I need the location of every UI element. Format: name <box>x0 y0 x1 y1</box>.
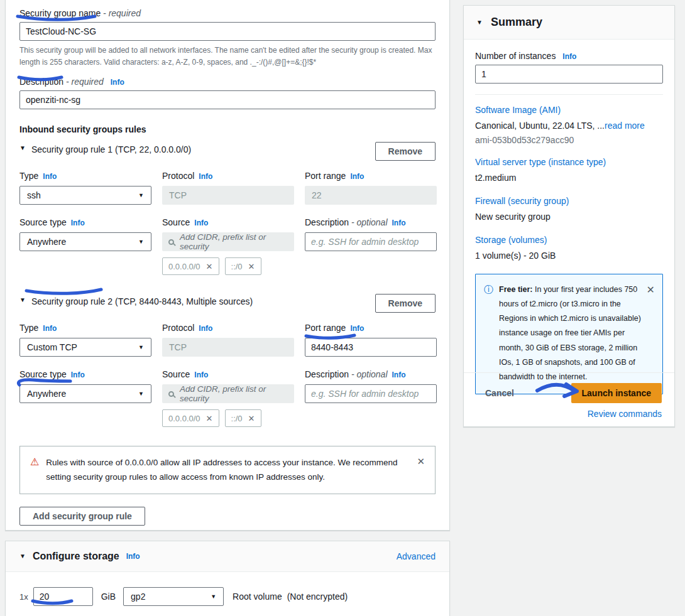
close-icon[interactable]: ✕ <box>248 414 255 423</box>
source-token: ::/0 ✕ <box>225 257 261 275</box>
divider <box>475 94 663 95</box>
source-token: 0.0.0.0/0 ✕ <box>162 409 219 427</box>
caret-down-icon: ▼ <box>19 144 26 152</box>
source-token: 0.0.0.0/0 ✕ <box>162 257 219 275</box>
number-of-instances-info-link[interactable]: Info <box>562 52 576 61</box>
close-icon[interactable]: ✕ <box>647 281 655 300</box>
source-info-link[interactable]: Info <box>194 370 208 379</box>
instance-type-value: t2.medium <box>475 171 663 185</box>
protocol-label: Protocol <box>162 171 194 181</box>
inbound-rules-heading: Inbound security groups rules <box>19 124 436 134</box>
source-label: Source <box>162 369 190 379</box>
source-type-select-value: Anywhere <box>27 389 66 399</box>
close-icon[interactable]: ✕ <box>206 414 213 423</box>
chevron-down-icon: ▼ <box>138 192 144 199</box>
ami-id: ami-053b0d53c279acc90 <box>475 134 663 147</box>
chevron-down-icon: ▼ <box>211 593 216 600</box>
instance-type-link[interactable]: Virtual server type (instance type) <box>475 157 663 167</box>
port-range-info-link[interactable]: Info <box>350 172 364 181</box>
root-volume-label: Root volume <box>233 592 282 602</box>
description-info-link[interactable]: Info <box>111 78 124 87</box>
software-image-desc: Canonical, Ubuntu, 22.04 LTS, ... <box>475 121 605 131</box>
port-range-input[interactable] <box>305 338 437 357</box>
close-icon[interactable]: ✕ <box>206 262 213 271</box>
rule-2-title: Security group rule 2 (TCP, 8440-8443, M… <box>31 296 253 306</box>
cancel-button[interactable]: Cancel <box>485 388 514 398</box>
source-type-select[interactable]: Anywhere ▼ <box>19 232 151 251</box>
summary-footer: Cancel Launch instance Review commands <box>464 372 674 419</box>
close-icon[interactable]: ✕ <box>417 454 425 470</box>
caret-down-icon: ▼ <box>476 19 483 26</box>
type-info-link[interactable]: Info <box>43 172 57 181</box>
storage-advanced-link[interactable]: Advanced <box>397 551 436 561</box>
source-search-input[interactable]: Add CIDR, prefix list or security <box>162 384 294 403</box>
launch-instance-button[interactable]: Launch instance <box>571 383 662 403</box>
description-input[interactable] <box>19 90 436 109</box>
type-info-link[interactable]: Info <box>43 324 57 333</box>
storage-volumes-link[interactable]: Storage (volumes) <box>475 235 663 245</box>
type-label: Type <box>19 323 38 333</box>
free-tier-text: Free tier: In your first year includes 7… <box>499 283 644 384</box>
configure-storage-disclosure[interactable]: ▼ Configure storage Info <box>19 551 140 562</box>
storage-volumes-value: 1 volume(s) - 20 GiB <box>475 249 663 262</box>
read-more-link[interactable]: read more <box>605 121 645 131</box>
type-select-value: ssh <box>27 190 41 200</box>
token-value: ::/0 <box>231 414 243 423</box>
protocol-field: TCP <box>162 338 294 357</box>
summary-disclosure[interactable]: ▼ Summary <box>464 6 674 40</box>
source-type-info-link[interactable]: Info <box>71 219 85 227</box>
port-range-field: 22 <box>305 186 437 205</box>
remove-rule-2-button[interactable]: Remove <box>375 294 436 313</box>
rule-1-disclosure[interactable]: ▼ Security group rule 1 (TCP, 22, 0.0.0.… <box>19 142 191 154</box>
protocol-info-link[interactable]: Info <box>199 324 212 333</box>
add-security-group-rule-button[interactable]: Add security group rule <box>19 507 145 526</box>
required-suffix: - required <box>103 8 141 18</box>
software-image-link[interactable]: Software Image (AMI) <box>475 105 663 115</box>
protocol-info-link[interactable]: Info <box>199 172 212 181</box>
rule-description-info-link[interactable]: Info <box>392 219 406 227</box>
source-label: Source <box>162 217 190 227</box>
rule-description-input[interactable] <box>305 232 437 251</box>
rule-2-disclosure[interactable]: ▼ Security group rule 2 (TCP, 8440-8443,… <box>19 294 253 306</box>
close-icon[interactable]: ✕ <box>248 262 255 271</box>
source-type-select-value: Anywhere <box>27 237 66 247</box>
security-group-rule-2: ▼ Security group rule 2 (TCP, 8440-8443,… <box>19 294 436 427</box>
type-select[interactable]: Custom TCP ▼ <box>19 338 151 357</box>
rule-description-label: Description <box>305 217 349 227</box>
source-type-label: Source type <box>19 369 67 379</box>
configure-storage-info-link[interactable]: Info <box>126 552 140 561</box>
rule-description-info-link[interactable]: Info <box>392 370 406 379</box>
port-range-label: Port range <box>305 323 346 333</box>
chevron-down-icon: ▼ <box>138 391 144 397</box>
optional-suffix: - optional <box>351 217 388 227</box>
source-search-placeholder: Add CIDR, prefix list or security <box>180 384 288 403</box>
chevron-down-icon: ▼ <box>138 344 144 351</box>
port-range-info-link[interactable]: Info <box>350 324 364 333</box>
source-info-link[interactable]: Info <box>194 219 208 227</box>
firewall-link[interactable]: Firewall (security group) <box>475 196 663 206</box>
source-search-input[interactable]: Add CIDR, prefix list or security <box>162 232 294 251</box>
source-search-placeholder: Add CIDR, prefix list or security <box>180 232 288 251</box>
rule-description-input[interactable] <box>305 384 437 403</box>
type-select[interactable]: ssh ▼ <box>19 186 151 205</box>
security-group-name-input[interactable] <box>19 22 436 41</box>
volume-type-select[interactable]: gp2 ▼ <box>123 587 224 606</box>
protocol-label: Protocol <box>162 323 194 333</box>
volume-unit-label: GiB <box>101 592 116 602</box>
source-type-select[interactable]: Anywhere ▼ <box>19 384 151 403</box>
caret-down-icon: ▼ <box>19 296 26 304</box>
source-type-label: Source type <box>19 217 67 227</box>
security-group-name-label: Security group name - required <box>19 8 436 18</box>
type-label: Type <box>19 171 38 181</box>
source-type-info-link[interactable]: Info <box>71 370 85 379</box>
encryption-status: (Not encrypted) <box>287 592 348 602</box>
network-settings-panel: Security group name - required This secu… <box>5 0 450 531</box>
storage-entry: Storage (volumes) 1 volume(s) - 20 GiB <box>475 235 663 262</box>
review-commands-link[interactable]: Review commands <box>588 409 662 419</box>
remove-rule-1-button[interactable]: Remove <box>375 142 436 161</box>
optional-suffix: - optional <box>351 369 388 379</box>
summary-title: Summary <box>491 16 542 29</box>
volume-size-input[interactable] <box>33 587 93 606</box>
number-of-instances-input[interactable] <box>475 65 663 84</box>
security-group-rule-1: ▼ Security group rule 1 (TCP, 22, 0.0.0.… <box>19 142 436 275</box>
